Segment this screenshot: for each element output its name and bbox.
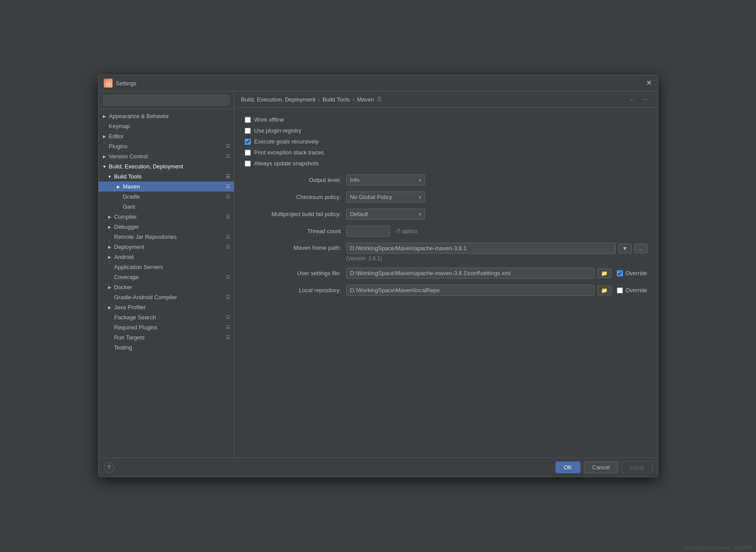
expand-arrow-reqplugins	[107, 325, 113, 330]
sidebar-item-plugins[interactable]: Plugins ☰	[98, 141, 234, 151]
app-icon: IJ	[104, 79, 113, 87]
sidebar-item-android[interactable]: ▶ Android	[98, 252, 234, 262]
expand-arrow-deployment: ▶	[107, 245, 113, 250]
ok-button[interactable]: OK	[556, 461, 580, 473]
sidebar-item-appearance[interactable]: ▶ Appearance & Behavior	[98, 111, 234, 121]
local-repo-override-label[interactable]: Override	[626, 287, 647, 293]
sidebar-item-gradle[interactable]: Gradle ☰	[98, 192, 234, 202]
multiproject-select[interactable]: Default Fail At End Fail Never	[346, 209, 425, 220]
execute-goals-label[interactable]: Execute goals recursively	[254, 138, 319, 145]
always-update-row: Always update snapshots	[245, 160, 647, 167]
maven-home-path-row: ▼ …	[346, 243, 647, 254]
checksum-policy-row: Checksum policy: No Global Policy Strict…	[245, 192, 647, 203]
work-offline-checkbox[interactable]	[245, 117, 251, 123]
settings-icon-deployment: ☰	[226, 244, 230, 250]
always-update-checkbox[interactable]	[245, 161, 251, 167]
sidebar-item-debugger[interactable]: ▶ Debugger	[98, 222, 234, 232]
sidebar-item-version-control[interactable]: ▶ Version Control ☰	[98, 151, 234, 161]
user-settings-input[interactable]	[346, 268, 594, 279]
expand-arrow-maven: ▶	[116, 184, 121, 189]
local-repo-override-checkbox[interactable]	[617, 287, 623, 293]
use-plugin-registry-checkbox[interactable]	[245, 128, 251, 134]
sidebar-item-app-servers[interactable]: Application Servers	[98, 262, 234, 272]
expand-arrow-rjr	[107, 234, 113, 240]
sidebar-item-label: Plugins	[109, 143, 128, 150]
settings-icon-packagesearch: ☰	[226, 314, 230, 320]
sidebar-item-label: Remote Jar Repositories	[114, 234, 177, 240]
settings-icon-vc: ☰	[226, 154, 230, 159]
checksum-policy-select-wrapper: No Global Policy Strict Lenient ▼	[346, 192, 425, 203]
sidebar-item-label: Editor	[109, 133, 124, 140]
maven-home-dropdown-btn[interactable]: ▼	[619, 244, 632, 253]
maven-home-input[interactable]	[346, 243, 616, 254]
expand-arrow-debugger: ▶	[107, 224, 113, 230]
thread-count-label: Thread count	[245, 228, 341, 234]
settings-dialog: IJ Settings ✕ ▶ Appearance & Behavior Ke…	[98, 75, 658, 477]
sidebar-item-editor[interactable]: ▶ Editor	[98, 131, 234, 141]
sidebar-item-keymap[interactable]: Keymap	[98, 121, 234, 131]
expand-arrow-testing	[107, 345, 113, 350]
output-level-select-wrapper: Info Verbose Warning Error ▼	[346, 175, 425, 185]
user-settings-override-checkbox[interactable]	[617, 270, 623, 276]
use-plugin-registry-label[interactable]: Use plugin registry	[254, 127, 302, 134]
thread-count-input[interactable]	[346, 226, 390, 237]
user-settings-browse-btn[interactable]: 📁	[597, 269, 612, 278]
sidebar-item-label: Application Servers	[114, 264, 163, 270]
sidebar-item-docker[interactable]: ▶ Docker	[98, 282, 234, 292]
sidebar-item-label: Gradle	[123, 193, 140, 200]
sidebar-item-java-profiler[interactable]: ▶ Java Profiler	[98, 302, 234, 312]
user-settings-path-row: 📁	[346, 268, 612, 279]
sidebar-item-label: Docker	[114, 284, 132, 290]
sidebar-item-testing[interactable]: Testing	[98, 342, 234, 353]
sidebar-item-label: Gant	[123, 203, 135, 210]
sidebar-item-remote-jar[interactable]: Remote Jar Repositories ☰	[98, 232, 234, 242]
always-update-label[interactable]: Always update snapshots	[254, 160, 319, 167]
sidebar-item-coverage[interactable]: Coverage ☰	[98, 272, 234, 282]
settings-icon-reqplugins: ☰	[226, 325, 230, 330]
sidebar-item-required-plugins[interactable]: Required Plugins ☰	[98, 322, 234, 332]
maven-version-label: (Version: 3.8.1)	[346, 255, 647, 262]
local-repo-row: Local repository: 📁 Override	[245, 285, 647, 296]
help-button[interactable]: ?	[104, 462, 114, 473]
sidebar-item-maven[interactable]: ▶ Maven ☰	[98, 182, 234, 192]
execute-goals-checkbox[interactable]	[245, 139, 251, 145]
breadcrumb-icon: ☰	[377, 96, 382, 102]
expand-arrow-coverage	[107, 275, 113, 280]
sidebar-item-label: Build, Execution, Deployment	[109, 163, 183, 170]
close-button[interactable]: ✕	[646, 80, 653, 87]
sidebar-item-gant[interactable]: Gant	[98, 202, 234, 212]
nav-forward-button[interactable]: →	[640, 95, 651, 104]
checksum-policy-label: Checksum policy:	[245, 194, 341, 200]
search-input[interactable]	[103, 95, 229, 105]
user-settings-override-label[interactable]: Override	[626, 270, 647, 276]
sidebar-item-label: Version Control	[109, 153, 148, 160]
title-bar-left: IJ Settings	[104, 79, 137, 87]
sidebar-item-run-targets[interactable]: Run Targets ☰	[98, 332, 234, 342]
sidebar-item-label: Testing	[114, 344, 132, 351]
print-exception-row: Print exception stack traces	[245, 149, 647, 156]
user-settings-row: User settings file: 📁 Override	[245, 268, 647, 279]
sidebar-item-label: Coverage	[114, 274, 139, 280]
nav-back-button[interactable]: ←	[626, 95, 638, 104]
settings-content: Work offline Use plugin registry Execute…	[234, 108, 658, 458]
local-repo-browse-btn[interactable]: 📁	[597, 286, 612, 295]
expand-arrow-packagesearch	[107, 315, 113, 320]
work-offline-label[interactable]: Work offline	[254, 116, 284, 123]
cancel-button[interactable]: Cancel	[584, 461, 618, 473]
output-level-select[interactable]: Info Verbose Warning Error	[346, 175, 425, 185]
checksum-policy-select[interactable]: No Global Policy Strict Lenient	[346, 192, 425, 203]
print-exception-label[interactable]: Print exception stack traces	[254, 149, 324, 156]
maven-home-browse-btn[interactable]: …	[634, 244, 647, 253]
expand-arrow-javaprofiler: ▶	[107, 305, 113, 310]
sidebar-item-build-tools[interactable]: ▼ Build Tools ☰	[98, 171, 234, 182]
sidebar-item-label: Build Tools	[114, 173, 142, 180]
sidebar-item-compiler[interactable]: ▶ Compiler ☰	[98, 212, 234, 222]
print-exception-checkbox[interactable]	[245, 150, 251, 156]
sidebar-item-label: Maven	[123, 183, 140, 190]
sidebar-item-gradle-android[interactable]: Gradle-Android Compiler ☰	[98, 292, 234, 302]
local-repo-input[interactable]	[346, 285, 594, 296]
sidebar-item-deployment[interactable]: ▶ Deployment ☰	[98, 242, 234, 252]
sidebar-item-package-search[interactable]: Package Search ☰	[98, 312, 234, 322]
sidebar-item-build-exec-deploy[interactable]: ▼ Build, Execution, Deployment	[98, 161, 234, 171]
apply-button[interactable]: Apply	[622, 461, 653, 473]
